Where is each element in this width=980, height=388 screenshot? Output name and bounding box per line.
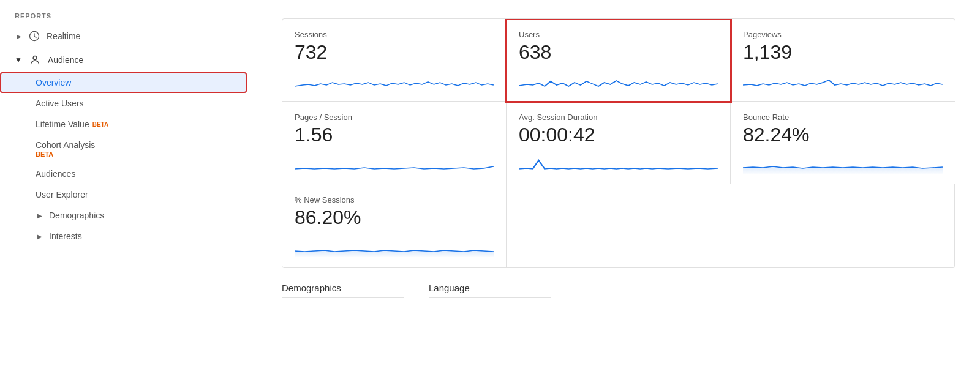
clock-icon — [28, 30, 40, 42]
metrics-row-1: Sessions 732 Users 638 — [282, 19, 955, 102]
metric-card-sessions: Sessions 732 — [282, 19, 507, 102]
new-sessions-label: % New Sessions — [295, 195, 494, 204]
metric-card-empty — [507, 184, 955, 267]
interests-arrow-icon: ▶ — [36, 232, 44, 241]
avg-session-sparkline — [519, 151, 718, 175]
sidebar: REPORTS ▶ Realtime ▼ Audience Overview A… — [0, 0, 257, 388]
metric-card-users: Users 638 — [507, 19, 731, 102]
sidebar-item-overview-label: Overview — [36, 78, 71, 88]
pages-session-value: 1.56 — [295, 124, 494, 146]
sidebar-item-lifetime-value-label: Lifetime Value — [36, 119, 89, 129]
reports-label: REPORTS — [0, 6, 257, 24]
metric-card-pageviews: Pageviews 1,139 — [731, 19, 955, 102]
sidebar-item-realtime-label: Realtime — [47, 31, 80, 41]
pageviews-sparkline — [743, 68, 943, 92]
sidebar-item-interests[interactable]: ▶ Interests — [0, 226, 257, 247]
sidebar-item-overview[interactable]: Overview — [0, 72, 247, 93]
sidebar-item-audience[interactable]: ▼ Audience — [0, 48, 257, 72]
bottom-section: Demographics Language — [282, 283, 956, 298]
sidebar-item-audiences[interactable]: Audiences — [0, 163, 257, 184]
audience-arrow-icon: ▼ — [15, 56, 22, 64]
metrics-row-3: % New Sessions 86.20% — [282, 184, 955, 267]
sidebar-item-cohort-analysis[interactable]: Cohort Analysis BETA — [0, 135, 257, 163]
sidebar-item-lifetime-value[interactable]: Lifetime Value BETA — [0, 114, 257, 135]
metric-card-new-sessions: % New Sessions 86.20% — [282, 184, 507, 267]
language-bottom-label: Language — [429, 283, 551, 298]
sidebar-item-user-explorer-label: User Explorer — [36, 190, 88, 200]
sessions-label: Sessions — [295, 30, 494, 39]
pageviews-value: 1,139 — [743, 42, 943, 63]
svg-line-2 — [34, 37, 36, 38]
svg-point-3 — [33, 56, 37, 60]
pageviews-label: Pageviews — [743, 30, 943, 39]
person-icon — [28, 53, 42, 67]
users-sparkline — [519, 68, 718, 92]
bounce-rate-sparkline — [743, 151, 943, 175]
audience-label: Audience — [48, 55, 83, 65]
cohort-analysis-label: Cohort Analysis — [36, 140, 95, 150]
sidebar-item-interests-label: Interests — [49, 231, 82, 241]
sessions-sparkline — [295, 68, 494, 92]
users-value: 638 — [519, 42, 718, 63]
arrow-icon: ▶ — [15, 32, 23, 40]
sidebar-item-user-explorer[interactable]: User Explorer — [0, 184, 257, 205]
sidebar-item-demographics[interactable]: ▶ Demographics — [0, 205, 257, 226]
metric-card-bounce-rate: Bounce Rate 82.24% — [731, 102, 955, 184]
sidebar-item-active-users[interactable]: Active Users — [0, 93, 257, 114]
new-sessions-sparkline — [295, 234, 494, 258]
sidebar-item-demographics-label: Demographics — [49, 211, 104, 220]
bounce-rate-label: Bounce Rate — [743, 113, 943, 122]
metrics-row-2: Pages / Session 1.56 Avg. Session Durati… — [282, 102, 955, 184]
sessions-value: 732 — [295, 42, 494, 63]
users-label: Users — [519, 30, 718, 39]
avg-session-label: Avg. Session Duration — [519, 113, 718, 122]
bounce-rate-value: 82.24% — [743, 124, 943, 146]
sidebar-item-active-users-label: Active Users — [36, 99, 84, 108]
metric-card-pages-session: Pages / Session 1.56 — [282, 102, 507, 184]
new-sessions-value: 86.20% — [295, 207, 494, 228]
cohort-analysis-beta-badge: BETA — [36, 151, 53, 158]
sidebar-item-audiences-label: Audiences — [36, 169, 75, 179]
avg-session-value: 00:00:42 — [519, 124, 718, 146]
lifetime-value-beta-badge: BETA — [92, 121, 108, 128]
pages-session-label: Pages / Session — [295, 113, 494, 122]
sidebar-item-realtime[interactable]: ▶ Realtime — [0, 24, 257, 48]
metrics-container: Sessions 732 Users 638 — [282, 18, 956, 268]
pages-session-sparkline — [295, 151, 494, 175]
demographics-bottom-label: Demographics — [282, 283, 404, 298]
demographics-arrow-icon: ▶ — [36, 211, 44, 220]
metric-card-avg-session: Avg. Session Duration 00:00:42 — [507, 102, 731, 184]
main-content: Sessions 732 Users 638 — [257, 0, 980, 388]
